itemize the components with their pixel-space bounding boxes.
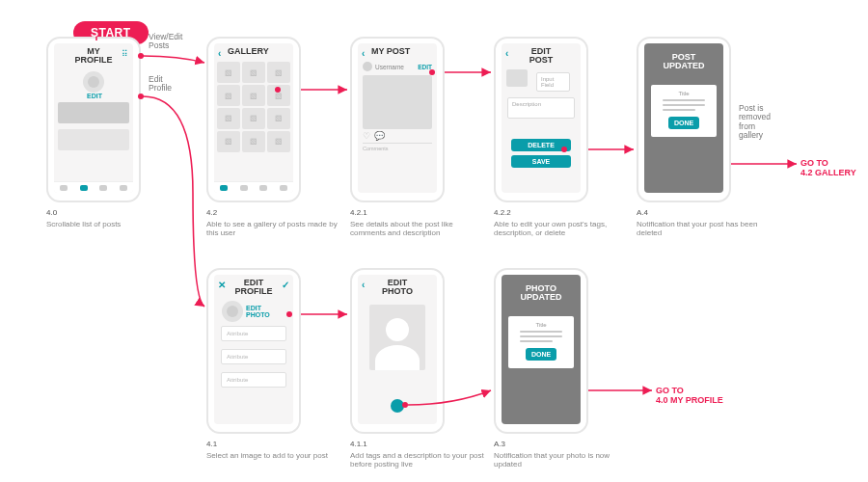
svg-point-2: [275, 87, 281, 93]
flow-arrows: [0, 0, 868, 482]
svg-point-3: [429, 69, 435, 75]
svg-point-5: [286, 311, 292, 317]
svg-point-6: [402, 402, 408, 408]
svg-point-4: [561, 147, 567, 152]
